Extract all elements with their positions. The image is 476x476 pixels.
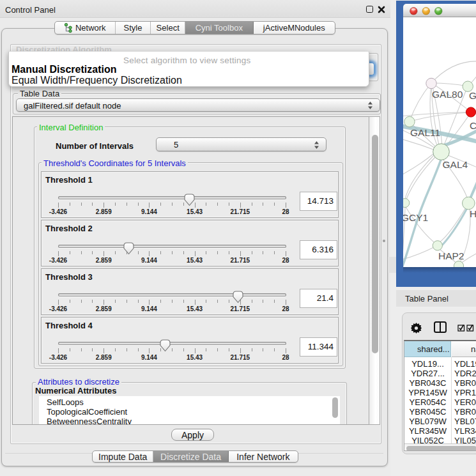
svg-text:GAL80: GAL80 [432, 89, 463, 100]
svg-text:GCY1: GCY1 [403, 212, 428, 223]
svg-text:GAL4: GAL4 [443, 159, 468, 170]
svg-text:CY: CY [470, 120, 476, 131]
svg-text:HI: HI [470, 208, 476, 219]
svg-text:HAP2: HAP2 [438, 250, 464, 261]
svg-text:GAL11: GAL11 [410, 127, 440, 138]
svg-text:GA: GA [469, 90, 476, 101]
